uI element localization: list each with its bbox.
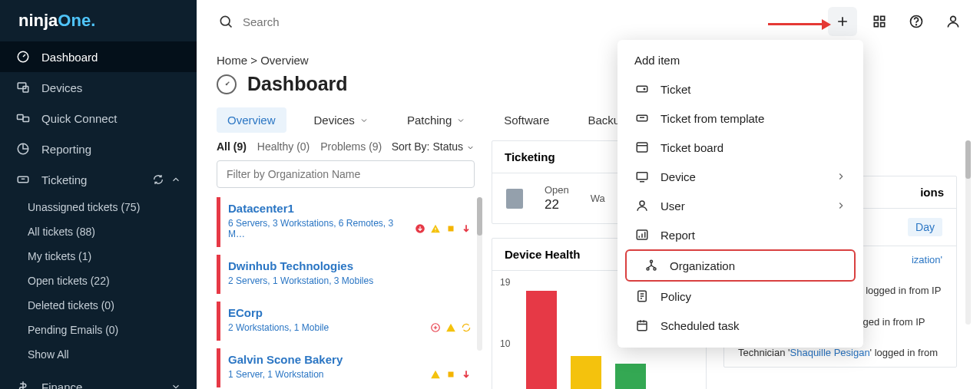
chevron-up-icon[interactable] [171,174,181,185]
svg-point-29 [654,268,656,270]
header-actions [828,7,968,36]
reporting-icon [15,141,31,157]
svg-rect-10 [874,23,878,27]
crumb-sep: > [250,54,257,67]
menu-item-label: Ticket board [661,141,723,154]
menu-item-label: Policy [661,290,691,303]
menu-item-ticket-board[interactable]: Ticket board [617,133,863,162]
svg-rect-3 [18,115,24,120]
bar-critical [526,291,557,389]
help-button[interactable] [902,7,931,36]
activity-link[interactable]: Shaquille Pesigan [790,347,870,358]
svg-rect-17 [449,226,454,232]
org-card[interactable]: Galvin Scone Bakery 1 Server, 1 Workstat… [217,348,475,387]
menu-item-policy[interactable]: Policy [617,282,863,311]
ticket-icon [634,81,650,97]
menu-item-label: Organization [670,259,735,272]
add-button[interactable] [828,7,857,36]
menu-item-ticket-template[interactable]: Ticket from template [617,104,863,133]
org-scrollbar[interactable] [477,197,482,351]
right-scrollbar[interactable] [965,140,971,325]
profile-button[interactable] [939,7,968,36]
search-input[interactable] [243,15,473,28]
stat-label: Open [545,184,569,196]
org-filter-input[interactable] [217,160,475,188]
menu-title: Add item [617,51,863,74]
sidebar-item-label: Devices [41,81,82,94]
apps-button[interactable] [865,7,894,36]
org-meta: 6 Servers, 3 Workstations, 6 Remotes, 3 … [228,218,472,239]
header [197,0,980,43]
filter-all[interactable]: All (9) [217,140,247,153]
sub-pending[interactable]: Pending Emails (0) [0,318,197,342]
schedule-icon [634,318,650,333]
svg-point-13 [916,25,917,25]
crumb-home[interactable]: Home [217,54,247,67]
menu-item-report[interactable]: Report [617,220,863,249]
sub-open[interactable]: Open tickets (22) [0,269,197,293]
menu-item-user[interactable]: User [617,191,863,220]
sidebar-item-finance[interactable]: Finance [0,371,197,389]
org-card[interactable]: Dwinhub Technologies 2 Servers, 1 Workst… [217,255,475,294]
apps-icon [872,14,887,29]
sort-by[interactable]: Sort By: Status [392,140,475,153]
user-icon [945,14,961,29]
sync-icon [461,322,472,333]
org-meta-text: 2 Servers, 1 Workstation, 3 Mobiles [228,275,373,286]
sidebar-item-label: Reporting [41,143,91,156]
sub-deleted[interactable]: Deleted tickets (0) [0,293,197,318]
chevron-down-icon [466,143,475,152]
tab-devices[interactable]: Devices [303,107,379,133]
sidebar-item-reporting[interactable]: Reporting [0,134,197,164]
device-icon [634,169,650,184]
sidebar: ninjaOne. Dashboard Devices Quick Connec… [0,0,197,389]
dashboard-icon [15,49,31,64]
menu-item-ticket[interactable]: Ticket [617,74,863,104]
sidebar-item-label: Finance [41,381,82,390]
refresh-icon[interactable] [152,173,164,186]
add-item-menu: Add item Ticket Ticket from template Tic… [617,40,863,348]
svg-rect-24 [637,173,647,180]
menu-item-label: Ticket [661,83,690,96]
tab-overview[interactable]: Overview [217,107,286,133]
svg-point-15 [226,84,227,84]
arrow-down-icon [461,223,472,234]
menu-item-label: Ticket from template [661,112,764,125]
tab-software[interactable]: Software [493,107,560,133]
devices-icon [15,80,31,95]
tab-patching[interactable]: Patching [396,107,476,133]
org-name: Dwinhub Technologies [228,259,472,272]
sub-my[interactable]: My tickets (1) [0,244,197,269]
sub-showall[interactable]: Show All [0,342,197,367]
activity-link[interactable]: ization' [912,254,942,265]
file-icon [506,189,523,209]
chevron-right-icon [836,200,846,211]
sort-value: Status [432,140,463,153]
menu-item-organization[interactable]: Organization [625,249,856,282]
svg-point-28 [647,268,649,270]
menu-item-device[interactable]: Device [617,162,863,191]
sidebar-item-quick-connect[interactable]: Quick Connect [0,103,197,134]
activity-tab-day[interactable]: Day [908,218,942,236]
crumb-current: Overview [260,54,309,67]
board-icon [634,140,650,155]
sidebar-item-dashboard[interactable]: Dashboard [0,41,197,72]
menu-item-label: User [661,199,685,213]
filter-problems[interactable]: Problems (9) [320,140,382,153]
sub-unassigned[interactable]: Unassigned tickets (75) [0,195,197,219]
finance-icon [15,379,31,389]
sidebar-item-ticketing[interactable]: Ticketing [0,164,197,195]
svg-point-27 [651,260,653,262]
filter-healthy[interactable]: Healthy (0) [257,140,310,153]
sidebar-item-devices[interactable]: Devices [0,72,197,103]
svg-rect-11 [881,23,885,27]
page-title-text: Dashboard [247,73,348,95]
menu-item-scheduled-task[interactable]: Scheduled task [617,311,863,340]
org-list: Datacenter1 6 Servers, 3 Workstations, 6… [217,197,475,387]
org-card[interactable]: ECorp 2 Workstations, 1 Mobile [217,302,475,341]
org-card[interactable]: Datacenter1 6 Servers, 3 Workstations, 6… [217,197,475,247]
sub-all[interactable]: All tickets (88) [0,219,197,244]
chevron-down-icon [456,116,465,125]
down-circle-icon [415,223,425,234]
tab-label: Overview [227,114,276,127]
